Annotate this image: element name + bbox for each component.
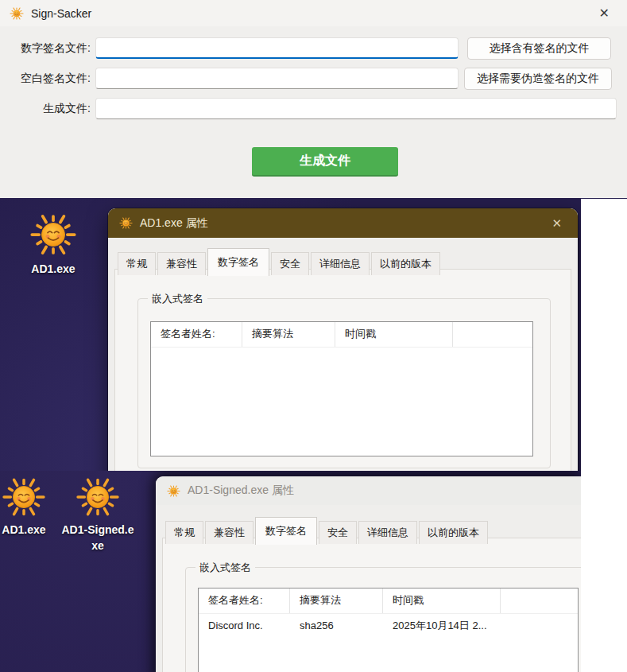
pick-signed-file-button[interactable]: 选择含有签名的文件 [467, 37, 611, 60]
generate-file-button[interactable]: 生成文件 [252, 147, 398, 177]
tab-digital-signatures[interactable]: 数字签名 [255, 517, 317, 545]
column-timestamp[interactable]: 时间戳 [335, 322, 453, 347]
tab-digital-signatures[interactable]: 数字签名 [207, 248, 269, 276]
desktop-bottom: AD1.exe AD1-Signed.exe AD1-Signed.exe 属性… [0, 471, 581, 672]
signsacker-window: Sign-Sacker ✕ 数字签名文件: 选择含有签名的文件 空白签名文件: … [0, 0, 627, 199]
dialog-titlebar: AD1.exe 属性 ✕ [108, 208, 578, 238]
desktop-icon-ad1[interactable]: AD1.exe [17, 211, 89, 277]
dialog-sun-icon [167, 484, 180, 498]
signature-list[interactable]: 签名者姓名: 摘要算法 时间戳 Discord Inc. sha256 2025… [198, 588, 579, 672]
tab-strip: 常规 兼容性 数字签名 安全 详细信息 以前的版本 [165, 517, 490, 544]
icon-label: AD1-Signed.exe [60, 522, 136, 554]
tab-previous-versions[interactable]: 以前的版本 [419, 521, 488, 544]
signed-file-label: 数字签名文件: [3, 37, 91, 59]
tab-compatibility[interactable]: 兼容性 [205, 521, 254, 544]
window-title: Sign-Sacker [31, 7, 91, 20]
group-label: 嵌入式签名 [148, 292, 207, 306]
tab-page-signatures: 嵌入式签名 签名者姓名: 摘要算法 时间戳 [114, 269, 571, 471]
column-signer-name[interactable]: 签名者姓名: [151, 322, 242, 347]
tab-details[interactable]: 详细信息 [358, 521, 417, 544]
pick-blank-file-button[interactable]: 选择需要伪造签名的文件 [464, 68, 612, 90]
list-header: 签名者姓名: 摘要算法 时间戳 [151, 322, 532, 348]
sun-file-icon [2, 475, 46, 519]
close-icon[interactable]: ✕ [547, 215, 567, 232]
output-file-input[interactable] [95, 98, 617, 119]
desktop-icon-ad1-2[interactable]: AD1.exe [0, 475, 60, 538]
column-filler [501, 588, 578, 613]
properties-dialog-ad1: AD1.exe 属性 ✕ 常规 兼容性 数字签名 安全 详细信息 以前的版本 嵌… [108, 208, 578, 471]
output-file-label: 生成文件: [3, 98, 91, 119]
signed-file-input[interactable] [95, 37, 459, 59]
column-digest-algorithm[interactable]: 摘要算法 [242, 322, 335, 347]
column-filler [453, 322, 532, 347]
cell-timestamp: 2025年10月14日 2... [383, 614, 501, 638]
desktop-icon-ad1-signed[interactable]: AD1-Signed.exe [62, 475, 134, 554]
blank-file-input[interactable] [95, 68, 459, 89]
column-timestamp[interactable]: 时间戳 [383, 588, 501, 613]
screenshot-root: Sign-Sacker ✕ 数字签名文件: 选择含有签名的文件 空白签名文件: … [0, 0, 627, 672]
desktop-mid: AD1.exe AD1.exe 属性 ✕ 常规 兼容性 数字签名 安全 详细信息… [0, 198, 581, 471]
app-sun-icon [10, 6, 24, 21]
column-digest-algorithm[interactable]: 摘要算法 [290, 588, 383, 613]
signature-row[interactable]: Discord Inc. sha256 2025年10月14日 2... [199, 614, 578, 638]
column-signer-name[interactable]: 签名者姓名: [199, 588, 290, 613]
tab-compatibility[interactable]: 兼容性 [157, 252, 206, 275]
dialog-title: AD1-Signed.exe 属性 [188, 484, 294, 498]
sun-file-icon [29, 211, 77, 258]
tab-strip: 常规 兼容性 数字签名 安全 详细信息 以前的版本 [118, 248, 442, 275]
group-label: 嵌入式签名 [195, 561, 255, 575]
sun-file-icon [75, 475, 120, 519]
list-header: 签名者姓名: 摘要算法 时间戳 [199, 588, 578, 614]
tab-security[interactable]: 安全 [319, 521, 357, 544]
properties-dialog-ad1-signed: AD1-Signed.exe 属性 常规 兼容性 数字签名 安全 详细信息 以前… [156, 476, 581, 672]
signsacker-titlebar: Sign-Sacker ✕ [0, 0, 627, 26]
tab-page-signatures: 嵌入式签名 签名者姓名: 摘要算法 时间戳 Discord Inc. sha25… [162, 538, 581, 672]
tab-general[interactable]: 常规 [165, 521, 203, 544]
dialog-sun-icon [119, 216, 133, 230]
tab-details[interactable]: 详细信息 [311, 252, 370, 275]
dialog-title: AD1.exe 属性 [140, 216, 208, 231]
dialog-titlebar: AD1-Signed.exe 属性 [156, 476, 581, 505]
cell-signer-name: Discord Inc. [199, 614, 290, 638]
tab-previous-versions[interactable]: 以前的版本 [371, 252, 440, 275]
close-icon[interactable]: ✕ [591, 4, 617, 22]
cell-digest-algorithm: sha256 [290, 614, 383, 638]
icon-label: AD1.exe [0, 522, 62, 538]
tab-security[interactable]: 安全 [271, 252, 309, 275]
signature-list[interactable]: 签名者姓名: 摘要算法 时间戳 [150, 321, 533, 456]
tab-general[interactable]: 常规 [118, 252, 156, 275]
icon-label: AD1.exe [15, 261, 91, 277]
blank-file-label: 空白签名文件: [3, 68, 91, 89]
